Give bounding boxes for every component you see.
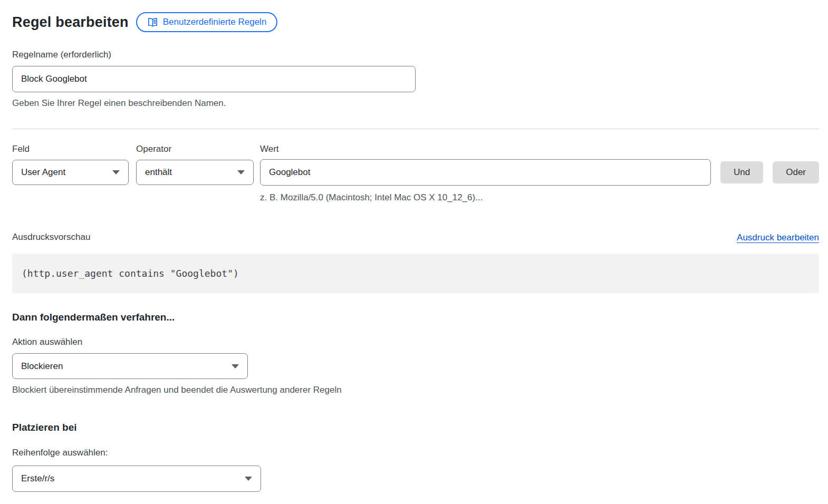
operator-select-value: enthält (145, 167, 172, 178)
caret-down-icon (112, 170, 120, 175)
placement-order-select[interactable]: Erste/r/s (12, 466, 261, 492)
field-select-value: User Agent (21, 167, 65, 178)
expression-preview-label: Ausdrucksvorschau (12, 232, 90, 243)
action-select-value: Blockieren (21, 361, 63, 372)
action-label: Aktion auswählen (12, 337, 819, 347)
custom-rules-badge-button[interactable]: Benutzerdefinierte Regeln (136, 12, 278, 32)
expression-code: (http.user_agent contains "Googlebot") (22, 268, 239, 279)
or-button[interactable]: Oder (773, 161, 819, 183)
placement-order-select-value: Erste/r/s (21, 473, 54, 484)
value-label: Wert (260, 144, 279, 154)
placement-label: Reihenfolge auswählen: (12, 448, 819, 458)
edit-rule-page: Regel bearbeiten Benutzerdefinierte Rege… (0, 0, 828, 504)
page-title: Regel bearbeiten (12, 14, 129, 31)
rule-name-input[interactable] (12, 66, 416, 92)
caret-down-icon (237, 170, 245, 175)
operator-select[interactable]: enthält (136, 160, 254, 185)
value-help: z. B. Mozilla/5.0 (Macintosh; Intel Mac … (260, 192, 819, 203)
placement-section-heading: Platzieren bei (12, 422, 819, 433)
edit-expression-link[interactable]: Ausdruck bearbeiten (737, 232, 819, 243)
expression-preview-header: Ausdrucksvorschau Ausdruck bearbeiten (12, 232, 819, 243)
rule-name-help: Geben Sie Ihrer Regel einen beschreibend… (12, 98, 819, 109)
rule-name-label: Regelname (erforderlich) (12, 50, 819, 60)
caret-down-icon (232, 364, 239, 369)
field-label: Feld (12, 144, 136, 154)
expression-builder-row: User Agent enthält Und Oder (12, 159, 819, 186)
connector-buttons: Und Oder (720, 161, 819, 183)
open-book-icon (147, 17, 158, 28)
custom-rules-badge-label: Benutzerdefinierte Regeln (163, 17, 267, 27)
action-help: Blockiert übereinstimmende Anfragen und … (12, 384, 819, 395)
page-header: Regel bearbeiten Benutzerdefinierte Rege… (12, 12, 819, 33)
section-divider (12, 129, 819, 129)
field-select[interactable]: User Agent (12, 160, 129, 185)
and-button[interactable]: Und (720, 161, 763, 183)
operator-label: Operator (136, 144, 260, 154)
action-select[interactable]: Blockieren (12, 353, 248, 379)
expression-preview-box: (http.user_agent contains "Googlebot") (12, 254, 819, 293)
caret-down-icon (245, 477, 252, 481)
value-input[interactable] (260, 159, 711, 186)
action-section-heading: Dann folgendermaßen verfahren... (12, 312, 819, 323)
expression-builder-labels: Feld Operator Wert (12, 144, 819, 154)
